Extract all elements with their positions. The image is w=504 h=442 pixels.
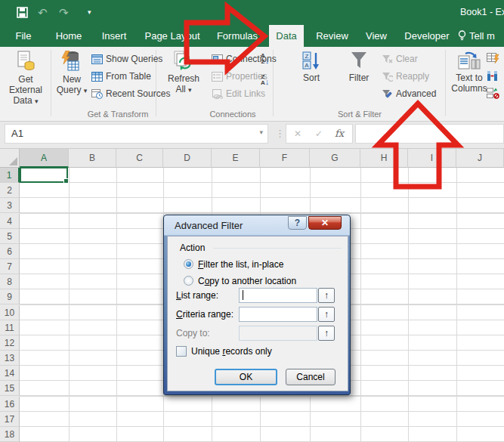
row-header-7[interactable]: 7 (0, 259, 20, 274)
sort-label: Sort (303, 73, 320, 83)
fill-handle[interactable] (63, 178, 69, 184)
refresh-all-label: Refresh All (168, 73, 199, 94)
properties-button[interactable]: Properties (212, 70, 267, 83)
select-all-corner[interactable] (0, 149, 20, 168)
row-header-18[interactable]: 18 (0, 427, 20, 442)
unique-records-label[interactable]: Unique records only (191, 346, 272, 357)
row-header-12[interactable]: 12 (0, 335, 20, 351)
clear-filter-button[interactable]: Clear (382, 53, 418, 66)
radio-copy-to-location-label[interactable]: Copy to another location (198, 276, 296, 286)
qat-customize-icon[interactable]: ▾ (88, 0, 91, 25)
remove-duplicates-button[interactable] (487, 70, 499, 84)
enter-entry-icon[interactable]: ✓ (315, 128, 323, 139)
new-query-icon (60, 51, 83, 72)
row-header-14[interactable]: 14 (0, 366, 20, 381)
tab-tell-me[interactable]: Tell m (458, 25, 504, 47)
tab-page-layout[interactable]: Page Layout (140, 25, 205, 47)
column-header-I[interactable]: I (408, 149, 456, 168)
column-header-H[interactable]: H (360, 149, 408, 168)
sort-button[interactable]: Z A Sort (292, 49, 331, 108)
edit-links-button[interactable]: Edit Links (212, 88, 265, 100)
text-to-columns-button[interactable]: Text to Columns (449, 49, 490, 108)
row-header-4[interactable]: 4 (0, 214, 20, 229)
row-header-5[interactable]: 5 (0, 229, 20, 244)
column-header-J[interactable]: J (456, 149, 504, 168)
column-header-D[interactable]: D (163, 149, 212, 168)
name-box-dropdown-icon[interactable]: ▾ (259, 128, 263, 136)
tab-review[interactable]: Review (311, 25, 353, 47)
column-header-G[interactable]: G (310, 149, 360, 168)
list-range-label: List range: (176, 290, 218, 301)
save-icon[interactable] (17, 0, 28, 26)
column-header-A[interactable]: A (20, 149, 69, 168)
recent-sources-button[interactable]: Recent Sources (91, 88, 170, 100)
refresh-all-button[interactable]: Refresh All ▾ (162, 49, 206, 108)
corner-triangle-icon (9, 157, 17, 165)
cancel-entry-icon[interactable]: ✕ (294, 128, 301, 139)
tab-home[interactable]: Home (49, 25, 88, 47)
column-header-E[interactable]: E (212, 149, 260, 168)
insert-function-icon[interactable]: fx (335, 128, 344, 139)
copy-to-collapse-button[interactable]: ↑ (318, 326, 335, 341)
row-header-1[interactable]: 1 (0, 168, 20, 183)
cancel-button[interactable]: Cancel (286, 369, 335, 385)
row-header-8[interactable]: 8 (0, 274, 20, 289)
row-header-13[interactable]: 13 (0, 351, 20, 366)
ribbon-tab-bar: File Home Insert Page Layout Formulas Da… (0, 25, 504, 47)
from-table-label: From Table (106, 71, 151, 82)
list-range-input[interactable] (239, 288, 317, 303)
list-range-collapse-button[interactable]: ↑ (318, 288, 335, 303)
criteria-range-input[interactable] (239, 307, 317, 322)
show-queries-button[interactable]: Show Queries (91, 53, 162, 66)
row-header-2[interactable]: 2 (0, 183, 20, 198)
formula-input[interactable] (355, 124, 504, 144)
dialog-help-button[interactable]: ? (288, 216, 307, 230)
row-header-3[interactable]: 3 (0, 198, 20, 213)
radio-filter-in-place-label[interactable]: Filter the list, in-place (198, 259, 283, 270)
radio-filter-in-place[interactable] (184, 259, 193, 269)
tab-view[interactable]: View (360, 25, 392, 47)
row-header-9[interactable]: 9 (0, 289, 20, 304)
data-validation-button[interactable] (487, 88, 499, 101)
title-bar: ↶ ↷ ▾ Book1 - Exc (0, 0, 504, 25)
row-headers: 123456789101112131415161718 (0, 168, 20, 442)
flash-fill-button[interactable] (487, 53, 499, 66)
dialog-close-button[interactable]: ✕ (308, 216, 342, 230)
sort-descending-button[interactable]: ZA↓ (261, 74, 269, 87)
undo-icon[interactable]: ↶ (38, 0, 48, 25)
get-external-data-button[interactable]: Get External Data ▾ (3, 49, 48, 108)
sort-ascending-button[interactable]: AZ↓ (261, 53, 269, 66)
remove-duplicates-icon (487, 70, 499, 82)
tab-data[interactable]: Data (269, 25, 304, 47)
gridline (456, 168, 457, 442)
from-table-button[interactable]: From Table (91, 70, 151, 83)
unique-records-checkbox[interactable] (176, 346, 187, 357)
row-header-11[interactable]: 11 (0, 320, 20, 335)
radio-copy-to-location[interactable] (184, 276, 193, 286)
column-header-B[interactable]: B (69, 149, 116, 168)
formula-bar-divider-icon: ⋮ (275, 128, 285, 139)
text-to-columns-icon (458, 51, 481, 70)
criteria-range-collapse-button[interactable]: ↑ (318, 307, 335, 322)
name-box[interactable]: A1 ▾ (5, 124, 268, 144)
row-header-10[interactable]: 10 (0, 305, 20, 320)
column-header-C[interactable]: C (116, 149, 163, 168)
row-header-16[interactable]: 16 (0, 397, 20, 412)
tab-file[interactable]: File (9, 25, 38, 47)
row-header-6[interactable]: 6 (0, 244, 20, 259)
properties-icon (212, 72, 223, 82)
column-header-F[interactable]: F (260, 149, 310, 168)
tab-insert[interactable]: Insert (96, 25, 132, 47)
tab-developer[interactable]: Developer (399, 25, 455, 47)
filter-button[interactable]: Filter (342, 49, 376, 108)
selected-cell-a1[interactable] (20, 167, 68, 183)
advanced-filter-dialog: Advanced Filter ? ✕ Action Filter the li… (163, 215, 351, 395)
row-header-15[interactable]: 15 (0, 381, 20, 396)
advanced-filter-button[interactable]: Advanced (382, 88, 436, 100)
reapply-filter-button[interactable]: Reapply (382, 70, 429, 83)
redo-icon[interactable]: ↷ (59, 0, 69, 25)
new-query-button[interactable]: New Query ▾ (54, 49, 89, 108)
tab-formulas[interactable]: Formulas (212, 25, 263, 47)
ok-button[interactable]: OK (215, 369, 277, 385)
row-header-17[interactable]: 17 (0, 412, 20, 427)
